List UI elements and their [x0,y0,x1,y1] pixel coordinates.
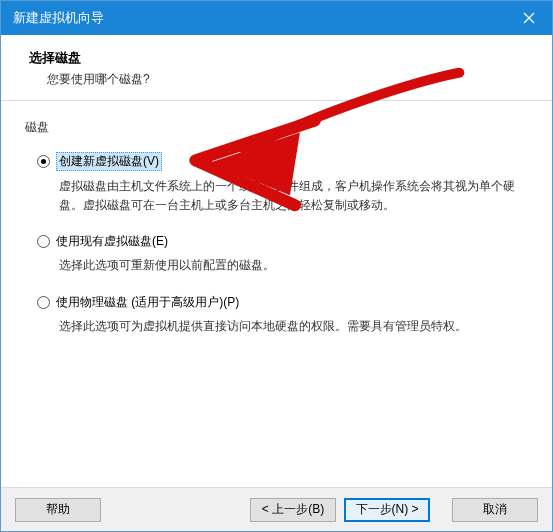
help-button[interactable]: 帮助 [15,498,101,522]
option-desc: 虚拟磁盘由主机文件系统上的一个或多个文件组成，客户机操作系统会将其视为单个硬盘。… [59,177,522,215]
back-button[interactable]: < 上一步(B) [250,498,336,522]
cancel-button[interactable]: 取消 [452,498,538,522]
next-button[interactable]: 下一步(N) > [344,498,430,522]
option-desc: 选择此选项可为虚拟机提供直接访问本地硬盘的权限。需要具有管理员特权。 [59,317,522,336]
option-use-existing[interactable]: 使用现有虚拟磁盘(E) 选择此选项可重新使用以前配置的磁盘。 [37,233,528,275]
option-physical-disk[interactable]: 使用物理磁盘 (适用于高级用户)(P) 选择此选项可为虚拟机提供直接访问本地硬盘… [37,294,528,336]
radio-use-existing[interactable] [37,235,50,248]
option-desc: 选择此选项可重新使用以前配置的磁盘。 [59,256,522,275]
radio-physical-disk[interactable] [37,296,50,309]
page-title: 选择磁盘 [29,49,524,67]
wizard-window: 新建虚拟机向导 选择磁盘 您要使用哪个磁盘? 磁盘 创建新虚拟磁盘(V) 虚拟磁… [0,0,553,532]
group-label: 磁盘 [25,119,528,136]
option-label: 使用现有虚拟磁盘(E) [56,233,168,250]
close-button[interactable] [506,1,552,35]
titlebar: 新建虚拟机向导 [1,1,552,35]
wizard-footer: 帮助 < 上一步(B) 下一步(N) > 取消 [1,487,552,531]
close-icon [523,12,535,24]
window-title: 新建虚拟机向导 [13,9,104,27]
option-label: 使用物理磁盘 (适用于高级用户)(P) [56,294,239,311]
radio-create-new[interactable] [37,155,50,168]
option-label: 创建新虚拟磁盘(V) [56,152,162,171]
wizard-header: 选择磁盘 您要使用哪个磁盘? [1,35,552,101]
wizard-body: 磁盘 创建新虚拟磁盘(V) 虚拟磁盘由主机文件系统上的一个或多个文件组成，客户机… [1,101,552,487]
page-subtitle: 您要使用哪个磁盘? [47,71,524,88]
option-create-new[interactable]: 创建新虚拟磁盘(V) 虚拟磁盘由主机文件系统上的一个或多个文件组成，客户机操作系… [37,152,528,215]
